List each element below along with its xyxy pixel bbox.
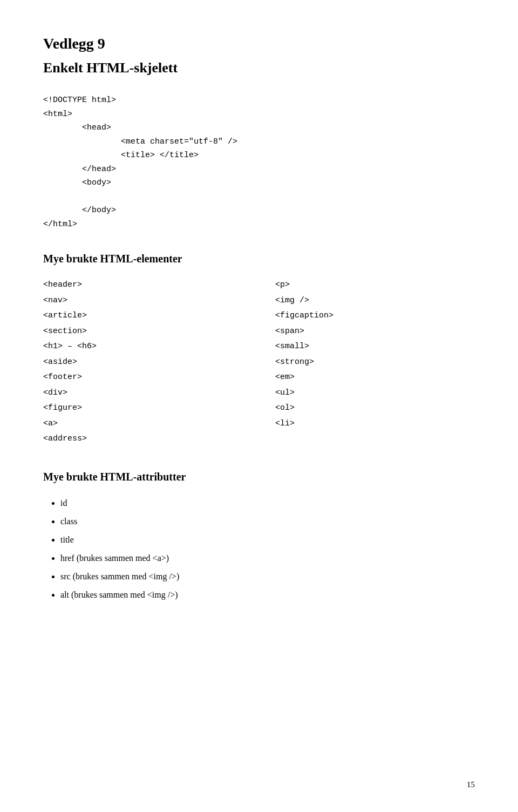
element-item: <h1> – <h6> — [43, 339, 243, 355]
enkelt-heading: Enkelt HTML-skjelett — [43, 57, 475, 78]
element-item: <footer> — [43, 370, 243, 385]
element-item: <div> — [43, 385, 243, 401]
element-item: <ol> — [275, 401, 475, 416]
attribute-item: alt (brukes sammen med <img />) — [60, 586, 475, 604]
element-item: <strong> — [275, 355, 475, 370]
left-col: <header><nav><article><section><h1> – <h… — [43, 278, 243, 447]
element-item: <em> — [275, 370, 475, 385]
attribute-item: id — [60, 495, 475, 512]
html-skeleton-code: <!DOCTYPE html> <html> <head> <meta char… — [43, 93, 475, 231]
page-number: 15 — [467, 779, 475, 791]
page: Vedlegg 9 Enkelt HTML-skjelett <!DOCTYPE… — [0, 0, 518, 812]
vedlegg-heading: Vedlegg 9 — [43, 32, 475, 55]
attributes-list: idclasstitlehref (brukes sammen med <a>)… — [43, 495, 475, 604]
element-item: <img /> — [275, 293, 475, 309]
element-item: <span> — [275, 324, 475, 340]
element-item: <ul> — [275, 385, 475, 401]
element-item: <small> — [275, 339, 475, 355]
attribute-item: href (brukes sammen med <a>) — [60, 550, 475, 567]
element-item: <article> — [43, 308, 243, 324]
element-item: <a> — [43, 416, 243, 432]
element-item: <address> — [43, 431, 243, 447]
element-item: <aside> — [43, 355, 243, 370]
element-item: <figcaption> — [275, 308, 475, 324]
element-item: <figure> — [43, 401, 243, 416]
element-item: <nav> — [43, 293, 243, 309]
attribute-item: title — [60, 531, 475, 549]
element-item: <section> — [43, 324, 243, 340]
elements-columns: <header><nav><article><section><h1> – <h… — [43, 278, 475, 447]
section2-heading: Mye brukte HTML-attributter — [43, 469, 475, 485]
attribute-item: src (brukes sammen med <img />) — [60, 568, 475, 585]
right-col: <p><img /><figcaption><span><small><stro… — [275, 278, 475, 447]
attribute-item: class — [60, 513, 475, 530]
element-item: <header> — [43, 278, 243, 293]
section1-heading: Mye brukte HTML-elementer — [43, 251, 475, 267]
element-item: <p> — [275, 278, 475, 293]
element-item: <li> — [275, 416, 475, 432]
